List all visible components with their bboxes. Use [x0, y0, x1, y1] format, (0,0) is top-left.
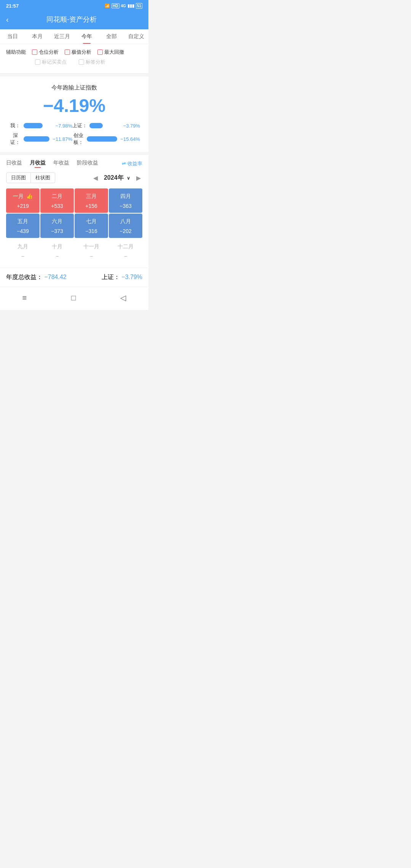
- aux-position-checkbox[interactable]: [32, 49, 37, 55]
- month-name-aug: 八月: [110, 218, 141, 225]
- bar-container-chinext: [87, 136, 117, 142]
- bar-container-shenzhen: [24, 136, 49, 142]
- bar-chinext: [87, 136, 117, 142]
- switch-yield-rate[interactable]: ⇌ 收益率: [122, 160, 142, 167]
- month-name-dec: 十二月: [110, 243, 141, 250]
- compare-row-shenzhen: 深证： −11.87%: [9, 132, 72, 146]
- bar-shenzhen: [24, 136, 49, 142]
- annual-shanghai: 上证： −3.79%: [102, 273, 142, 281]
- tab-all[interactable]: 全部: [99, 33, 124, 44]
- aux-mark-checkbox: [35, 59, 40, 65]
- view-bar-btn[interactable]: 柱状图: [31, 172, 55, 183]
- annual-shanghai-label: 上证：: [102, 274, 120, 280]
- aux-tag-checkbox: [79, 59, 84, 65]
- wifi-icon: 📶: [105, 3, 110, 8]
- aux-drawdown-item[interactable]: 最大回撤: [97, 49, 124, 56]
- month-val-mar: +156: [76, 203, 107, 209]
- month-name-mar: 三月: [76, 193, 107, 200]
- aux-drawdown-checkbox[interactable]: [97, 49, 103, 55]
- nav-back-btn[interactable]: ◁: [113, 292, 134, 304]
- month-name-apr: 四月: [110, 193, 141, 200]
- month-cell-may[interactable]: 五月 −439: [6, 214, 40, 238]
- bar-container-shanghai: [89, 123, 117, 128]
- chart-tab-period[interactable]: 阶段收益: [77, 160, 98, 168]
- month-val-jul: −316: [76, 228, 107, 234]
- month-grid: 一月 👍 +219 二月 +533 三月 +156 四月 −363 五月 −43…: [6, 188, 142, 263]
- month-cell-jul[interactable]: 七月 −316: [75, 214, 108, 238]
- compare-pct-me: −7.98%: [52, 123, 72, 129]
- month-cell-mar[interactable]: 三月 +156: [75, 188, 108, 213]
- nav-menu-btn[interactable]: ≡: [15, 292, 35, 304]
- back-button[interactable]: ‹: [6, 15, 9, 24]
- tab-today[interactable]: 当日: [0, 33, 25, 44]
- month-val-oct: −: [42, 253, 72, 259]
- aux-drawdown-label: 最大回撤: [104, 49, 124, 56]
- aux-mark-label: 标记买卖点: [42, 59, 67, 65]
- month-val-aug: −202: [110, 228, 141, 234]
- compare-pct-shenzhen: −11.87%: [52, 136, 72, 142]
- month-name-may: 五月: [8, 218, 38, 225]
- bar-container-me: [24, 123, 49, 128]
- chart-tab-daily[interactable]: 日收益: [6, 160, 22, 168]
- comparison-grid: 我： −7.98% 上证： −3.79% 深证： −11.87% 创业板：: [6, 122, 142, 146]
- compare-pct-chinext: −15.64%: [119, 136, 140, 142]
- tab-month[interactable]: 本月: [25, 33, 49, 44]
- annual-summary: 年度总收益： −784.42 上证： −3.79%: [0, 268, 148, 287]
- aux-extreme-item[interactable]: 极值分析: [65, 49, 91, 56]
- month-cell-jun[interactable]: 六月 −373: [40, 214, 74, 238]
- month-cell-jan[interactable]: 一月 👍 +219: [6, 188, 40, 213]
- month-val-jun: −373: [42, 228, 72, 234]
- view-calendar-btn[interactable]: 日历图: [6, 172, 31, 183]
- chart-tab-yearly[interactable]: 年收益: [53, 160, 69, 168]
- status-time: 21:57: [6, 3, 19, 9]
- performance-title: 今年跑输上证指数: [6, 84, 142, 91]
- month-name-jul: 七月: [76, 218, 107, 225]
- compare-label-chinext: 创业板：: [72, 132, 84, 146]
- month-cell-oct: 十月 −: [40, 239, 74, 263]
- aux-extreme-label: 极值分析: [72, 49, 91, 56]
- aux-extreme-checkbox[interactable]: [65, 49, 70, 55]
- aux-row-1: 辅助功能 仓位分析 极值分析 最大回撤: [6, 49, 142, 56]
- status-icons: 📶 HD 4G ▮▮▮ 51: [105, 3, 142, 9]
- month-cell-dec: 十二月 −: [109, 239, 142, 263]
- month-val-jan: +219: [8, 203, 38, 209]
- month-cell-apr[interactable]: 四月 −363: [109, 188, 142, 213]
- aux-position-item[interactable]: 仓位分析: [32, 49, 59, 56]
- compare-row-shanghai: 上证： −3.79%: [72, 122, 140, 129]
- best-month-icon: 👍: [26, 193, 33, 199]
- month-val-apr: −363: [110, 203, 141, 209]
- status-bar: 21:57 📶 HD 4G ▮▮▮ 51: [0, 0, 148, 11]
- month-val-sep: −: [8, 253, 38, 259]
- month-name-sep: 九月: [8, 243, 38, 250]
- battery-indicator: 51: [136, 3, 142, 9]
- aux-tag-label: 标签分析: [86, 59, 105, 65]
- hd-badge: HD: [112, 3, 119, 8]
- prev-year-btn[interactable]: ◀: [92, 173, 99, 183]
- year-display: 2024年 ∨: [104, 174, 130, 182]
- nav-home-btn[interactable]: □: [64, 292, 83, 304]
- aux-mark-item: 标记买卖点: [35, 59, 67, 65]
- auxiliary-section: 辅助功能 仓位分析 极值分析 最大回撤 标记买卖点 标签分析: [0, 44, 148, 73]
- bottom-navigation: ≡ □ ◁: [0, 287, 148, 310]
- annual-total-value: −784.42: [44, 274, 66, 280]
- next-year-btn[interactable]: ▶: [135, 173, 142, 183]
- month-val-dec: −: [110, 253, 141, 259]
- annual-total: 年度总收益： −784.42: [6, 273, 67, 281]
- annual-total-label: 年度总收益：: [6, 274, 43, 280]
- performance-value: −4.19%: [6, 95, 142, 116]
- annual-shanghai-value: −3.79%: [121, 274, 142, 280]
- month-cell-nov: 十一月 −: [75, 239, 108, 263]
- signal-bars: ▮▮▮: [127, 3, 134, 8]
- month-name-feb: 二月: [42, 193, 72, 200]
- chart-tab-monthly[interactable]: 月收益: [30, 160, 46, 168]
- month-cell-feb[interactable]: 二月 +533: [40, 188, 74, 213]
- tab-custom[interactable]: 自定义: [124, 33, 148, 44]
- month-cell-sep: 九月 −: [6, 239, 40, 263]
- month-name-oct: 十月: [42, 243, 72, 250]
- month-cell-aug[interactable]: 八月 −202: [109, 214, 142, 238]
- period-tab-bar: 当日 本月 近三月 今年 全部 自定义: [0, 29, 148, 44]
- tab-year[interactable]: 今年: [74, 33, 99, 44]
- year-navigator: ◀ 2024年 ∨ ▶: [92, 173, 142, 183]
- tab-three-month[interactable]: 近三月: [49, 33, 74, 44]
- month-name-jan: 一月 👍: [8, 193, 38, 200]
